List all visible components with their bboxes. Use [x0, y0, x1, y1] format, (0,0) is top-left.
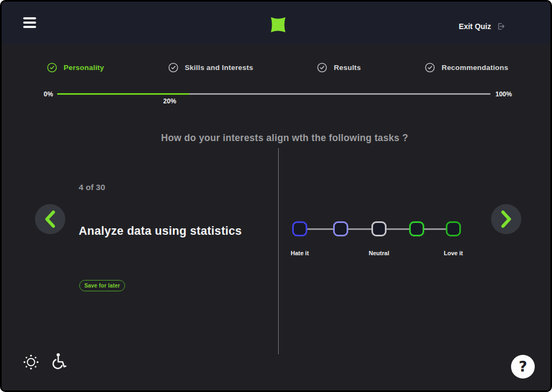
- check-circle-icon: [425, 62, 435, 73]
- question-counter: 4 of 30: [79, 183, 105, 192]
- scale-option-4[interactable]: [409, 221, 424, 236]
- sun-icon: [23, 354, 39, 370]
- scale-label-hate: Hate it: [291, 250, 309, 256]
- chevron-left-icon: [43, 210, 58, 228]
- step-label: Recommendations: [441, 64, 508, 72]
- step-indicator-row: Personality Skills and Interests Results…: [47, 62, 508, 73]
- exit-quiz-button[interactable]: Exit Quiz: [459, 22, 505, 31]
- step-label: Personality: [64, 64, 104, 72]
- accessibility-button[interactable]: [51, 353, 67, 372]
- step-recommendations[interactable]: Recommendations: [425, 62, 508, 73]
- progress-fill: [57, 93, 189, 95]
- wheelchair-icon: [51, 353, 67, 370]
- progress-end-label: 100%: [495, 90, 512, 98]
- scale-option-2[interactable]: [333, 221, 348, 236]
- progress-start-label: 0%: [44, 90, 53, 98]
- question-title: How do your interests align wth the foll…: [2, 132, 552, 144]
- exit-quiz-label: Exit Quiz: [459, 22, 491, 31]
- progress-track: [57, 93, 491, 95]
- scale-option-1[interactable]: [292, 221, 307, 236]
- help-button[interactable]: ?: [511, 355, 535, 379]
- step-personality[interactable]: Personality: [47, 62, 104, 73]
- next-question-button[interactable]: [491, 204, 521, 234]
- scale-option-3[interactable]: [371, 221, 387, 236]
- previous-question-button[interactable]: [35, 204, 65, 234]
- check-circle-icon: [168, 62, 178, 73]
- app-logo-icon: [270, 16, 287, 34]
- step-skills-and-interests[interactable]: Skills and Interests: [168, 62, 253, 73]
- scale-label-neutral: Neutral: [369, 250, 389, 256]
- hamburger-menu-icon[interactable]: [23, 17, 36, 29]
- task-title: Analyze data using statistics: [79, 225, 242, 238]
- progress-current-label: 20%: [163, 97, 176, 105]
- step-label: Results: [334, 64, 361, 72]
- scale-option-5[interactable]: [446, 221, 461, 236]
- save-for-later-button[interactable]: Save for later: [79, 280, 125, 291]
- check-circle-icon: [317, 62, 327, 73]
- brightness-toggle-button[interactable]: [23, 354, 39, 372]
- logout-icon: [496, 22, 505, 31]
- chevron-right-icon: [499, 210, 514, 228]
- quiz-screen: Exit Quiz Personality Skills and Interes…: [0, 0, 552, 392]
- check-circle-icon: [47, 62, 57, 73]
- step-results[interactable]: Results: [317, 62, 361, 73]
- vertical-divider: [278, 148, 279, 354]
- rating-scale: Hate it Neutral Love it: [292, 221, 461, 264]
- header: Exit Quiz: [2, 2, 550, 44]
- scale-label-love: Love it: [444, 250, 463, 256]
- step-label: Skills and Interests: [185, 64, 253, 72]
